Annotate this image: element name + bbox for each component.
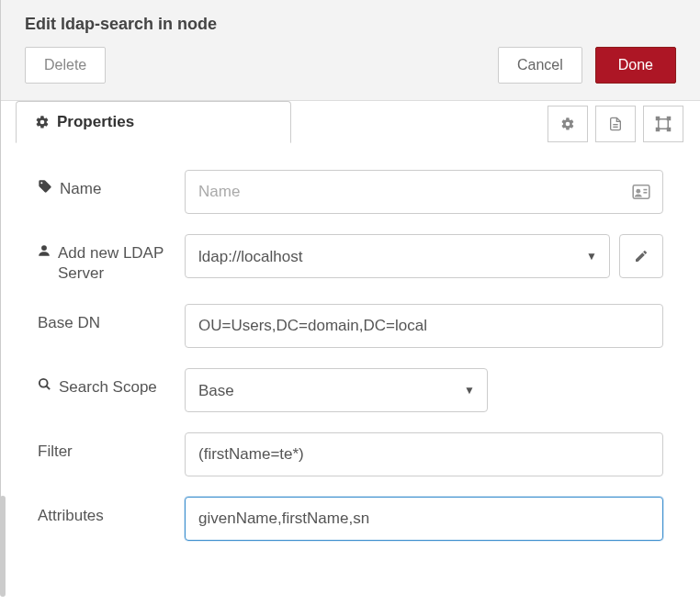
gear-icon <box>560 117 575 131</box>
panel-title: Edit ldap-search in node <box>1 0 700 47</box>
row-ldap-server: Add new LDAP Server ldap://localhost ▼ <box>38 234 663 284</box>
tabs-row: Properties <box>1 100 700 142</box>
label-search-scope-text: Search Scope <box>59 377 157 398</box>
label-base-dn-text: Base DN <box>38 313 100 333</box>
label-base-dn: Base DN <box>38 304 185 333</box>
scrollbar[interactable] <box>0 496 6 574</box>
document-icon <box>608 116 623 132</box>
done-button-label: Done <box>618 57 653 73</box>
label-name-text: Name <box>60 179 101 199</box>
pencil-icon <box>634 249 649 263</box>
row-attributes: Attributes <box>38 497 663 541</box>
label-ldap-server-text: Add new LDAP Server <box>58 243 185 284</box>
form: Name Add new LDAP Server <box>1 142 700 574</box>
row-search-scope: Search Scope Base ▼ <box>38 368 663 412</box>
svg-rect-3 <box>657 118 660 120</box>
cancel-button[interactable]: Cancel <box>498 47 582 84</box>
label-name: Name <box>38 170 185 199</box>
svg-point-12 <box>40 379 48 387</box>
label-ldap-server: Add new LDAP Server <box>38 234 185 284</box>
svg-rect-2 <box>659 119 669 129</box>
edit-ldap-server-button[interactable] <box>619 234 663 278</box>
header-bar: Edit ldap-search in node Delete Cancel D… <box>1 0 700 101</box>
cancel-button-label: Cancel <box>517 57 563 73</box>
row-filter: Filter <box>38 432 663 476</box>
name-input[interactable] <box>185 170 663 214</box>
header-buttons: Delete Cancel Done <box>1 47 700 84</box>
node-settings-button[interactable] <box>548 106 588 142</box>
base-dn-input[interactable] <box>185 304 663 348</box>
attributes-input[interactable] <box>185 497 663 541</box>
svg-rect-6 <box>668 129 671 131</box>
label-filter-text: Filter <box>38 442 73 462</box>
label-filter: Filter <box>38 432 185 462</box>
ldap-server-select[interactable]: ldap://localhost <box>185 234 610 278</box>
tag-icon <box>38 179 52 194</box>
label-search-scope: Search Scope <box>38 368 185 398</box>
row-base-dn: Base DN <box>38 304 663 348</box>
tab-properties[interactable]: Properties <box>16 101 291 143</box>
user-icon <box>38 243 51 258</box>
search-scope-select[interactable]: Base <box>185 368 488 412</box>
svg-rect-5 <box>657 129 660 131</box>
delete-button-label: Delete <box>44 57 86 73</box>
search-icon <box>38 377 51 391</box>
gear-icon <box>35 115 50 129</box>
row-name: Name <box>38 170 663 214</box>
svg-point-11 <box>41 245 47 251</box>
node-appearance-button[interactable] <box>643 106 683 142</box>
filter-input[interactable] <box>185 432 663 476</box>
done-button[interactable]: Done <box>595 47 676 84</box>
frame-icon <box>655 116 672 132</box>
svg-line-13 <box>46 387 50 390</box>
label-attributes: Attributes <box>38 497 185 526</box>
node-docs-button[interactable] <box>595 106 636 142</box>
tab-properties-label: Properties <box>57 113 134 131</box>
label-attributes-text: Attributes <box>38 506 104 526</box>
delete-button[interactable]: Delete <box>25 47 106 84</box>
svg-rect-4 <box>668 118 671 120</box>
edit-node-panel: Edit ldap-search in node Delete Cancel D… <box>0 0 700 574</box>
